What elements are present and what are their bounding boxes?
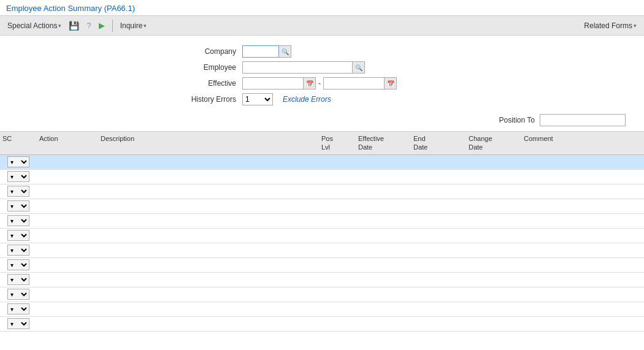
table-row[interactable]: ▾ bbox=[0, 258, 644, 273]
effective-to-input[interactable] bbox=[323, 77, 385, 89]
help-button[interactable]: ? bbox=[84, 20, 93, 31]
run-button[interactable]: ▶ bbox=[96, 20, 107, 31]
toolbar-right: Related Forms ▾ bbox=[581, 20, 639, 31]
effective-from-input[interactable] bbox=[242, 77, 304, 89]
row-sc-select[interactable]: ▾ bbox=[7, 318, 29, 329]
table-row[interactable]: ▾ bbox=[0, 302, 644, 317]
employee-search-icon: 🔍 bbox=[355, 64, 362, 71]
employee-input[interactable] bbox=[242, 61, 353, 74]
table-row[interactable]: ▾ bbox=[0, 287, 644, 302]
table-cell bbox=[411, 190, 466, 192]
history-errors-select[interactable]: 1 2 3 bbox=[242, 93, 273, 105]
table-row[interactable]: ▾ bbox=[0, 199, 644, 214]
table-cell bbox=[356, 161, 411, 163]
table-cell bbox=[356, 249, 411, 251]
table-cell bbox=[37, 293, 98, 295]
table-row[interactable]: ▾ bbox=[0, 170, 644, 185]
table-cell bbox=[319, 322, 356, 325]
col-header-description: Description bbox=[98, 133, 319, 153]
table-cell bbox=[521, 205, 644, 207]
position-to-input[interactable] bbox=[540, 114, 626, 126]
table-cell bbox=[319, 161, 356, 163]
table-cell bbox=[521, 219, 644, 222]
table-row[interactable]: ▾ bbox=[0, 229, 644, 243]
table-row[interactable]: ▾ bbox=[0, 185, 644, 199]
table-cell bbox=[98, 264, 319, 266]
table-cell bbox=[411, 308, 466, 310]
col-header-sc: SC bbox=[0, 133, 37, 153]
row-sc-select[interactable]: ▾ bbox=[7, 274, 29, 285]
row-sc-select[interactable]: ▾ bbox=[7, 156, 29, 167]
row-sc-select[interactable]: ▾ bbox=[7, 171, 29, 182]
table-row[interactable]: ▾ bbox=[0, 317, 644, 332]
company-search-button[interactable]: 🔍 bbox=[279, 45, 291, 58]
table-cell bbox=[37, 175, 98, 178]
table-cell bbox=[319, 264, 356, 266]
table-cell bbox=[319, 278, 356, 281]
table-cell bbox=[466, 175, 521, 178]
table-cell bbox=[319, 308, 356, 310]
row-sc-cell: ▾ bbox=[0, 214, 37, 227]
table-cell bbox=[319, 219, 356, 222]
table-cell bbox=[411, 264, 466, 266]
row-sc-select[interactable]: ▾ bbox=[7, 245, 29, 256]
row-sc-select[interactable]: ▾ bbox=[7, 200, 29, 211]
row-sc-select[interactable]: ▾ bbox=[7, 230, 29, 241]
inquire-label: Inquire bbox=[120, 21, 143, 30]
table-cell bbox=[37, 161, 98, 163]
row-sc-cell: ▾ bbox=[0, 287, 37, 301]
col-header-effective-date: Effective Date bbox=[356, 133, 411, 153]
table-cell bbox=[98, 293, 319, 295]
table-cell bbox=[319, 175, 356, 178]
table-cell bbox=[521, 322, 644, 325]
related-forms-button[interactable]: Related Forms ▾ bbox=[581, 20, 639, 31]
table-header: SC Action Description Pos Lvl Effective … bbox=[0, 132, 644, 155]
table-cell bbox=[466, 278, 521, 281]
row-sc-cell: ▾ bbox=[0, 273, 37, 286]
row-sc-cell: ▾ bbox=[0, 199, 37, 213]
exclude-errors-link[interactable]: Exclude Errors bbox=[283, 95, 331, 104]
table-container: SC Action Description Pos Lvl Effective … bbox=[0, 131, 644, 332]
table-cell bbox=[521, 264, 644, 266]
table-cell bbox=[319, 205, 356, 207]
company-input[interactable] bbox=[242, 45, 279, 58]
table-cell bbox=[37, 278, 98, 281]
row-sc-select[interactable]: ▾ bbox=[7, 289, 29, 300]
row-sc-cell: ▾ bbox=[0, 185, 37, 198]
table-cell bbox=[411, 175, 466, 178]
table-cell bbox=[37, 308, 98, 310]
table-cell bbox=[37, 190, 98, 192]
table-cell bbox=[411, 205, 466, 207]
employee-label: Employee bbox=[169, 63, 242, 72]
table-cell bbox=[521, 161, 644, 163]
history-errors-label: History Errors bbox=[169, 95, 242, 104]
calendar-to-icon: 📅 bbox=[387, 80, 394, 87]
table-cell bbox=[521, 175, 644, 178]
table-cell bbox=[98, 278, 319, 281]
effective-to-calendar-button[interactable]: 📅 bbox=[385, 77, 397, 89]
table-row[interactable]: ▾ bbox=[0, 273, 644, 287]
row-sc-select[interactable]: ▾ bbox=[7, 186, 29, 197]
page-title[interactable]: Employee Action Summary (PA66.1) bbox=[6, 4, 135, 13]
row-sc-cell: ▾ bbox=[0, 258, 37, 272]
row-sc-select[interactable]: ▾ bbox=[7, 215, 29, 226]
table-row[interactable]: ▾ bbox=[0, 214, 644, 229]
table-cell bbox=[37, 205, 98, 207]
inquire-button[interactable]: Inquire ▾ bbox=[118, 20, 150, 31]
row-sc-select[interactable]: ▾ bbox=[7, 303, 29, 314]
save-button[interactable]: 💾 bbox=[66, 20, 82, 32]
row-sc-cell: ▾ bbox=[0, 170, 37, 183]
effective-from-calendar-button[interactable]: 📅 bbox=[304, 77, 316, 89]
table-cell bbox=[319, 190, 356, 192]
table-cell bbox=[98, 322, 319, 325]
table-row[interactable]: ▾ bbox=[0, 155, 644, 170]
special-actions-button[interactable]: Special Actions ▾ bbox=[5, 20, 64, 31]
table-cell bbox=[466, 264, 521, 266]
table-row[interactable]: ▾ bbox=[0, 243, 644, 258]
table-cell bbox=[521, 190, 644, 192]
table-cell bbox=[356, 205, 411, 207]
employee-search-button[interactable]: 🔍 bbox=[353, 61, 365, 74]
row-sc-select[interactable]: ▾ bbox=[7, 259, 29, 270]
col-header-pos-lvl: Pos Lvl bbox=[319, 133, 356, 153]
table-cell bbox=[521, 308, 644, 310]
